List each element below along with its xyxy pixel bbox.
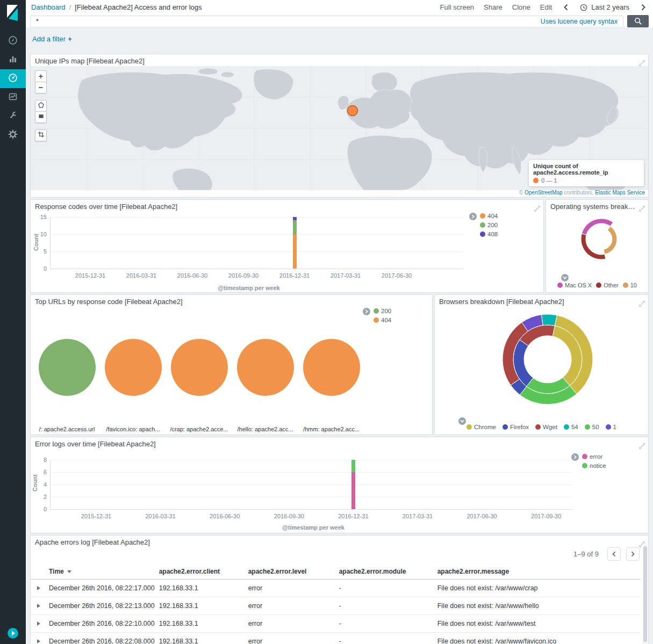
- clone-button[interactable]: Clone: [512, 3, 530, 11]
- share-button[interactable]: Share: [484, 3, 503, 11]
- legend-item-408[interactable]: 408: [480, 231, 498, 237]
- breadcrumb-dashboard-link[interactable]: Dashboard: [31, 3, 66, 11]
- sidebar-item-discover[interactable]: [0, 32, 26, 50]
- crop-icon: [38, 131, 45, 138]
- legend-item-50[interactable]: 50: [585, 424, 599, 430]
- pie-slice-404[interactable]: [105, 339, 162, 396]
- time-back-button[interactable]: [562, 3, 570, 12]
- legend-item-200[interactable]: 200: [480, 222, 498, 228]
- legend-item-404[interactable]: 404: [480, 213, 498, 219]
- map-legend: Unique count of apache2.access.remote_ip…: [529, 160, 644, 186]
- donut-segment[interactable]: [582, 219, 613, 235]
- gridline: [51, 460, 572, 460]
- draw-polygon-button[interactable]: [35, 100, 47, 112]
- cell-level: error: [246, 597, 337, 615]
- search-button[interactable]: [627, 15, 649, 27]
- bar-segment-408[interactable]: [293, 217, 297, 220]
- column-header-client[interactable]: apache2.error.client: [157, 566, 246, 580]
- x-tick-label: 2017-03-31: [321, 272, 370, 279]
- table-scrollbar[interactable]: [643, 545, 648, 644]
- time-forward-button[interactable]: [639, 3, 648, 12]
- query-input[interactable]: [31, 16, 623, 27]
- bar-segment-error[interactable]: [351, 472, 355, 509]
- cell-client: 192.168.33.1: [157, 597, 246, 615]
- url-pie-column: /hmm: apache2.acc...: [298, 339, 364, 432]
- legend-toggle[interactable]: [561, 274, 569, 281]
- legend-item-Other[interactable]: Other: [596, 282, 619, 288]
- expand-panel-icon[interactable]: [639, 442, 645, 451]
- donut-segment[interactable]: [581, 234, 606, 259]
- sidebar-item-management[interactable]: [0, 126, 26, 144]
- expand-panel-icon[interactable]: [639, 204, 645, 214]
- expand-panel-icon[interactable]: [639, 540, 645, 549]
- x-tick-label: 2016-06-30: [168, 272, 217, 279]
- expand-row-icon[interactable]: [37, 604, 40, 608]
- legend-item-1[interactable]: 1: [606, 424, 616, 430]
- sidebar-item-timelion[interactable]: [0, 88, 26, 107]
- zoom-out-button[interactable]: −: [35, 82, 47, 93]
- osm-link[interactable]: OpenStreetMap: [525, 190, 563, 196]
- lucene-syntax-link[interactable]: Uses lucene query syntax: [541, 18, 618, 25]
- expand-panel-icon[interactable]: [534, 204, 540, 214]
- url-pie-column: /: apache2.access.url: [34, 339, 100, 432]
- legend-item-200[interactable]: 200: [374, 308, 391, 314]
- full-screen-button[interactable]: Full screen: [440, 3, 475, 11]
- chevron-left-icon: [612, 551, 616, 557]
- legend-toggle[interactable]: [469, 213, 477, 220]
- x-tick-label: 2017-06-30: [372, 272, 421, 279]
- add-filter-link[interactable]: Add a filter+: [32, 35, 72, 43]
- edit-button[interactable]: Edit: [540, 3, 552, 11]
- pie-slice-404[interactable]: [237, 339, 294, 396]
- timelion-icon: [8, 92, 18, 104]
- legend-item-404[interactable]: 404: [374, 317, 391, 323]
- column-header-message[interactable]: apache2.error.message: [435, 566, 641, 580]
- expand-panel-icon[interactable]: [639, 299, 645, 309]
- donut-segment[interactable]: [604, 226, 617, 254]
- legend-item-error[interactable]: error: [582, 453, 606, 460]
- pie-slice-404[interactable]: [171, 339, 228, 396]
- pie-slice-200[interactable]: [39, 339, 96, 396]
- legend-item-54[interactable]: 54: [564, 424, 578, 430]
- legend-label: 200: [487, 222, 498, 228]
- crop-button[interactable]: [35, 129, 47, 141]
- gridline: [51, 234, 463, 235]
- draw-rectangle-button[interactable]: [35, 111, 47, 123]
- legend-item-Wget[interactable]: Wget: [535, 424, 557, 430]
- column-header-level[interactable]: apache2.error.level: [246, 566, 337, 580]
- nav-collapse-button[interactable]: [7, 627, 19, 639]
- next-page-button[interactable]: [626, 547, 640, 561]
- sidebar-item-dev-tools[interactable]: [0, 107, 26, 126]
- legend-toggle[interactable]: [571, 453, 579, 461]
- breadcrumb-bar: Dashboard / [Filebeat Apache2] Access an…: [26, 0, 653, 15]
- pie-slice-404[interactable]: [303, 339, 360, 396]
- bar-segment-notice[interactable]: [351, 460, 355, 472]
- x-axis-line: [50, 269, 463, 269]
- bar-segment-404[interactable]: [293, 234, 297, 269]
- legend-item-Chrome[interactable]: Chrome: [467, 424, 496, 430]
- legend-item-Mac OS X[interactable]: Mac OS X: [557, 282, 592, 288]
- legend-toggle[interactable]: [363, 308, 370, 315]
- legend-item-10[interactable]: 10: [623, 282, 637, 288]
- donut-segment[interactable]: [541, 314, 557, 325]
- column-header-time[interactable]: Time: [47, 566, 157, 580]
- expand-row-icon[interactable]: [37, 586, 40, 590]
- expand-row-icon[interactable]: [37, 639, 40, 643]
- time-picker[interactable]: Last 2 years: [580, 3, 629, 11]
- sidebar-item-dashboard[interactable]: [0, 69, 26, 88]
- scrollbar-thumb[interactable]: [643, 546, 647, 642]
- map-marker[interactable]: [348, 106, 358, 116]
- map-crop-controls: [35, 129, 47, 141]
- prev-page-button[interactable]: [607, 547, 621, 561]
- legend-item-Firefox[interactable]: Firefox: [503, 424, 529, 430]
- elastic-maps-link[interactable]: Elastic Maps Service: [595, 190, 645, 196]
- column-header-module[interactable]: apache2.error.module: [337, 566, 435, 580]
- legend-item-notice[interactable]: notice: [582, 462, 606, 469]
- expand-panel-icon[interactable]: [639, 59, 645, 68]
- global-nav-sidebar: [0, 0, 26, 644]
- url-pie-column: /crap: apache2.acce...: [166, 339, 232, 432]
- kibana-logo[interactable]: [0, 0, 26, 26]
- bar-segment-200[interactable]: [293, 220, 297, 234]
- expand-row-icon[interactable]: [37, 621, 40, 626]
- sidebar-item-visualize[interactable]: [0, 50, 26, 69]
- zoom-in-button[interactable]: +: [35, 70, 47, 82]
